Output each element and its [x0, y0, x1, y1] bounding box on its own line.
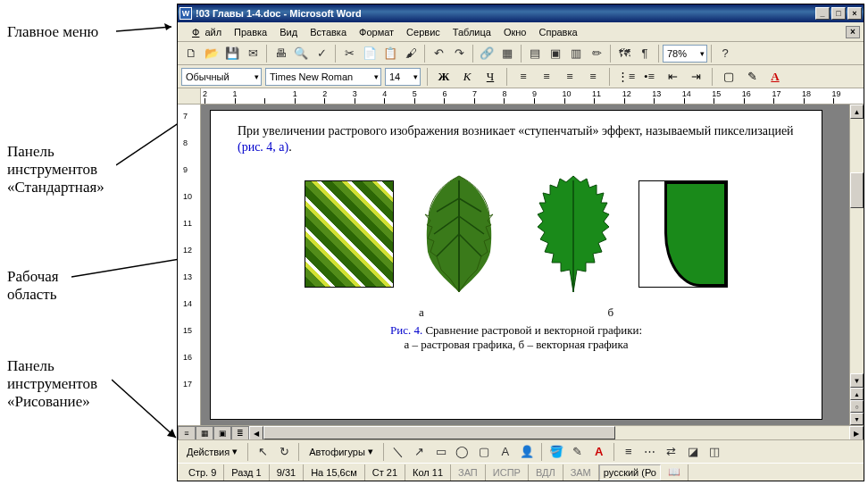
status-ext[interactable]: ВДЛ [529, 464, 563, 481]
drawing-icon[interactable]: ✏ [587, 44, 606, 63]
document-page[interactable]: При увеличении растрового изображения во… [210, 110, 822, 420]
borders-icon[interactable]: ▢ [719, 67, 739, 87]
redo-icon[interactable]: ↷ [449, 44, 469, 63]
spellcheck-icon[interactable]: ✓ [312, 44, 331, 63]
autoshapes-menu[interactable]: Автофигуры ▾ [304, 444, 379, 459]
outline-view-button[interactable]: ≣ [231, 426, 249, 440]
browse-object-button[interactable]: ○ [850, 400, 864, 413]
style-combo[interactable]: Обычный [181, 68, 262, 86]
zoom-combo[interactable]: 78% [663, 45, 707, 63]
font-combo[interactable]: Times New Roman [265, 68, 381, 86]
horizontal-ruler-row: 2112345678910111213141516171819 [178, 88, 864, 105]
menu-table[interactable]: Таблица [447, 25, 497, 39]
italic-button[interactable]: К [457, 67, 477, 87]
scroll-down-button[interactable]: ▼ [850, 373, 864, 388]
dash-style-icon[interactable]: ⋯ [640, 442, 660, 462]
prev-page-button[interactable]: ▲ [850, 388, 864, 400]
format-painter-icon[interactable]: 🖌 [401, 44, 421, 63]
paste-icon[interactable]: 📋 [380, 44, 400, 63]
scroll-right-button[interactable]: ▶ [849, 426, 864, 440]
vertical-ruler[interactable]: 7891011121314151617 [178, 105, 201, 425]
outdent-icon[interactable]: ⇤ [663, 67, 682, 87]
save-icon[interactable]: 💾 [222, 44, 242, 63]
mail-icon[interactable]: ✉ [243, 44, 263, 63]
h-scroll-thumb[interactable] [263, 426, 615, 439]
menu-format[interactable]: Формат [354, 25, 399, 39]
close-document-button[interactable]: × [846, 26, 860, 38]
scroll-left-button[interactable]: ◀ [249, 426, 263, 440]
menu-help[interactable]: Справка [533, 25, 582, 39]
select-arrow-icon[interactable]: ↖ [253, 442, 272, 462]
status-ovr[interactable]: ЗАМ [563, 464, 599, 481]
tables-icon[interactable]: ▦ [497, 44, 517, 63]
minimize-button[interactable]: _ [815, 7, 830, 20]
numbering-icon[interactable]: ⋮≡ [616, 67, 636, 87]
map-icon[interactable]: 🗺 [614, 44, 634, 63]
align-center-icon[interactable]: ≡ [537, 67, 556, 87]
arrow-style-icon[interactable]: ⇄ [662, 442, 681, 462]
maximize-button[interactable]: □ [831, 7, 846, 20]
drawing-actions-menu[interactable]: Действия ▾ [181, 444, 243, 459]
web-view-button[interactable]: ▦ [196, 426, 213, 440]
bold-button[interactable]: Ж [434, 67, 454, 87]
print-view-button[interactable]: ▣ [213, 426, 231, 440]
menu-edit[interactable]: Правка [229, 25, 272, 39]
font-color-icon[interactable]: A [765, 67, 785, 87]
titlebar[interactable]: W !03 Главы 1-4.doc - Microsoft Word _ □… [178, 4, 864, 22]
next-page-button[interactable]: ▼ [850, 413, 864, 425]
excel-icon[interactable]: ▣ [546, 44, 565, 63]
textbox-icon[interactable]: ▢ [474, 442, 494, 462]
menu-file[interactable]: Файл [181, 25, 227, 39]
indent-icon[interactable]: ⇥ [686, 67, 705, 87]
rectangle-icon[interactable]: ▭ [431, 442, 451, 462]
align-left-icon[interactable]: ≡ [513, 67, 533, 87]
copy-icon[interactable]: 📄 [360, 44, 380, 63]
line-style-icon[interactable]: ≡ [619, 442, 638, 462]
undo-icon[interactable]: ↶ [429, 44, 448, 63]
status-trk[interactable]: ИСПР [486, 464, 529, 481]
preview-icon[interactable]: 🔍 [291, 44, 311, 63]
line-color-icon[interactable]: ✎ [568, 442, 588, 462]
cut-icon[interactable]: ✂ [339, 44, 359, 63]
status-book-icon[interactable]: 📖 [661, 464, 689, 481]
help-icon[interactable]: ? [715, 44, 735, 63]
menu-tools[interactable]: Сервис [401, 25, 446, 39]
status-language[interactable]: русский (Ро [599, 464, 661, 481]
oval-icon[interactable]: ◯ [453, 442, 472, 462]
fill-color-icon[interactable]: 🪣 [547, 442, 566, 462]
new-icon[interactable]: 🗋 [181, 44, 201, 63]
arrow-to-drawing [112, 375, 183, 447]
vertical-scrollbar[interactable]: ▲ ▼ ▲ ○ ▼ [849, 105, 864, 425]
text-color-icon[interactable]: A [589, 442, 609, 462]
columns-icon[interactable]: ▥ [566, 44, 586, 63]
horizontal-ruler[interactable]: 2112345678910111213141516171819 [201, 88, 864, 104]
close-button[interactable]: × [847, 7, 862, 20]
wordart-icon[interactable]: A [496, 442, 515, 462]
bullets-icon[interactable]: •≡ [639, 67, 659, 87]
scroll-thumb[interactable] [850, 172, 864, 208]
scroll-up-button[interactable]: ▲ [850, 105, 864, 119]
menu-window[interactable]: Окно [498, 25, 532, 39]
highlight-icon[interactable]: ✎ [742, 67, 762, 87]
insert-table-icon[interactable]: ▤ [525, 44, 545, 63]
show-all-icon[interactable]: ¶ [635, 44, 655, 63]
status-rec[interactable]: ЗАП [451, 464, 486, 481]
rotate-icon[interactable]: ↻ [274, 442, 294, 462]
size-combo[interactable]: 14 [385, 68, 421, 86]
arrow-icon[interactable]: ↗ [410, 442, 430, 462]
normal-view-button[interactable]: ≡ [178, 426, 196, 440]
menu-insert[interactable]: Вставка [305, 25, 352, 39]
print-icon[interactable]: 🖶 [271, 44, 290, 63]
menu-view[interactable]: Вид [274, 25, 303, 39]
horizontal-scrollbar[interactable]: ◀ ▶ [249, 426, 864, 439]
justify-icon[interactable]: ≡ [583, 67, 603, 87]
line-icon[interactable]: ＼ [388, 442, 408, 462]
figure-link[interactable]: (рис. 4, а) [238, 140, 288, 154]
align-right-icon[interactable]: ≡ [560, 67, 580, 87]
hyperlink-icon[interactable]: 🔗 [477, 44, 497, 63]
underline-button[interactable]: Ч [480, 67, 500, 87]
shadow-icon[interactable]: ◪ [683, 442, 703, 462]
clipart-icon[interactable]: 👤 [517, 442, 537, 462]
open-icon[interactable]: 📂 [202, 44, 221, 63]
3d-icon[interactable]: ◫ [705, 442, 724, 462]
